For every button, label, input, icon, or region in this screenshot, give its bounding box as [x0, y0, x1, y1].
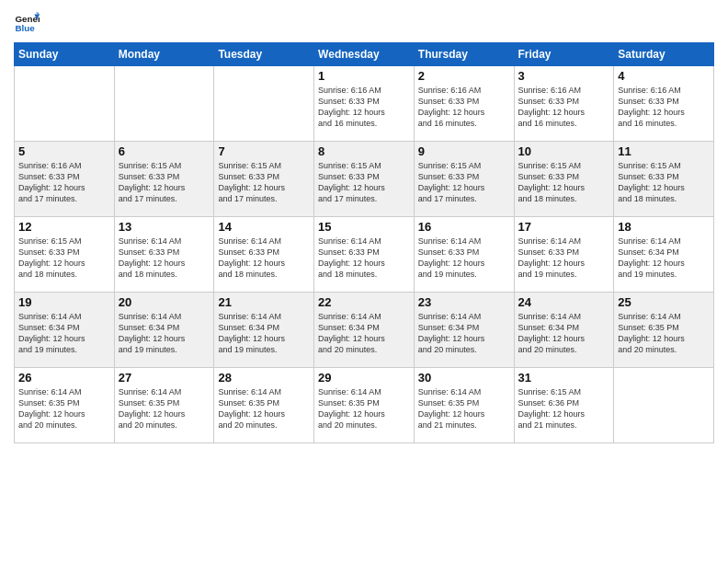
calendar-cell: 16Sunrise: 6:14 AM Sunset: 6:33 PM Dayli…	[414, 217, 514, 293]
day-number: 14	[218, 220, 310, 234]
calendar-cell: 7Sunrise: 6:15 AM Sunset: 6:33 PM Daylig…	[214, 142, 314, 217]
calendar-cell: 12Sunrise: 6:15 AM Sunset: 6:33 PM Dayli…	[15, 217, 115, 293]
weekday-header-monday: Monday	[114, 43, 214, 66]
day-number: 17	[518, 220, 610, 234]
weekday-header-friday: Friday	[514, 43, 614, 66]
calendar-cell: 15Sunrise: 6:14 AM Sunset: 6:33 PM Dayli…	[314, 217, 415, 293]
calendar-cell: 31Sunrise: 6:15 AM Sunset: 6:36 PM Dayli…	[514, 368, 614, 443]
day-number: 28	[218, 371, 310, 385]
day-info: Sunrise: 6:16 AM Sunset: 6:33 PM Dayligh…	[318, 85, 410, 130]
day-info: Sunrise: 6:16 AM Sunset: 6:33 PM Dayligh…	[18, 160, 110, 205]
day-info: Sunrise: 6:16 AM Sunset: 6:33 PM Dayligh…	[418, 85, 510, 130]
calendar-cell: 4Sunrise: 6:16 AM Sunset: 6:33 PM Daylig…	[614, 66, 714, 142]
calendar-cell: 18Sunrise: 6:14 AM Sunset: 6:34 PM Dayli…	[614, 217, 714, 293]
calendar-cell: 17Sunrise: 6:14 AM Sunset: 6:33 PM Dayli…	[514, 217, 614, 293]
calendar-cell: 5Sunrise: 6:16 AM Sunset: 6:33 PM Daylig…	[15, 142, 115, 217]
weekday-header-tuesday: Tuesday	[214, 43, 314, 66]
day-info: Sunrise: 6:14 AM Sunset: 6:34 PM Dayligh…	[418, 311, 510, 356]
day-info: Sunrise: 6:14 AM Sunset: 6:35 PM Dayligh…	[318, 386, 410, 431]
calendar-cell: 3Sunrise: 6:16 AM Sunset: 6:33 PM Daylig…	[514, 66, 614, 142]
day-info: Sunrise: 6:14 AM Sunset: 6:34 PM Dayligh…	[518, 311, 610, 356]
calendar-cell: 22Sunrise: 6:14 AM Sunset: 6:34 PM Dayli…	[314, 293, 415, 368]
calendar-cell: 20Sunrise: 6:14 AM Sunset: 6:34 PM Dayli…	[114, 293, 214, 368]
day-info: Sunrise: 6:15 AM Sunset: 6:33 PM Dayligh…	[318, 160, 410, 205]
day-info: Sunrise: 6:15 AM Sunset: 6:33 PM Dayligh…	[418, 160, 510, 205]
day-number: 29	[318, 371, 410, 385]
calendar-cell: 28Sunrise: 6:14 AM Sunset: 6:35 PM Dayli…	[214, 368, 314, 443]
calendar-body: 1Sunrise: 6:16 AM Sunset: 6:33 PM Daylig…	[15, 66, 714, 443]
day-info: Sunrise: 6:14 AM Sunset: 6:35 PM Dayligh…	[418, 386, 510, 431]
day-info: Sunrise: 6:14 AM Sunset: 6:35 PM Dayligh…	[218, 386, 310, 431]
day-number: 26	[18, 371, 110, 385]
day-number: 16	[418, 220, 510, 234]
day-info: Sunrise: 6:14 AM Sunset: 6:34 PM Dayligh…	[218, 311, 310, 356]
page-header: General Blue	[14, 9, 714, 35]
weekday-header-wednesday: Wednesday	[314, 43, 415, 66]
calendar-cell	[15, 66, 115, 142]
day-number: 3	[518, 69, 610, 83]
weekday-header-sunday: Sunday	[15, 43, 115, 66]
day-info: Sunrise: 6:15 AM Sunset: 6:36 PM Dayligh…	[518, 386, 610, 431]
logo: General Blue	[14, 9, 43, 35]
day-info: Sunrise: 6:14 AM Sunset: 6:34 PM Dayligh…	[318, 311, 410, 356]
logo-icon: General Blue	[14, 9, 40, 35]
svg-text:Blue: Blue	[15, 23, 35, 33]
day-info: Sunrise: 6:14 AM Sunset: 6:34 PM Dayligh…	[119, 311, 210, 356]
calendar-page: General Blue SundayMondayTuesdayWednesda…	[0, 0, 728, 563]
day-number: 19	[18, 295, 110, 309]
calendar-cell: 8Sunrise: 6:15 AM Sunset: 6:33 PM Daylig…	[314, 142, 415, 217]
day-number: 30	[418, 371, 510, 385]
day-number: 18	[618, 220, 710, 234]
calendar-week-1: 1Sunrise: 6:16 AM Sunset: 6:33 PM Daylig…	[15, 66, 714, 142]
calendar-cell: 24Sunrise: 6:14 AM Sunset: 6:34 PM Dayli…	[514, 293, 614, 368]
day-info: Sunrise: 6:15 AM Sunset: 6:33 PM Dayligh…	[119, 160, 210, 205]
calendar-week-3: 12Sunrise: 6:15 AM Sunset: 6:33 PM Dayli…	[15, 217, 714, 293]
day-number: 2	[418, 69, 510, 83]
calendar-cell: 11Sunrise: 6:15 AM Sunset: 6:33 PM Dayli…	[614, 142, 714, 217]
day-info: Sunrise: 6:14 AM Sunset: 6:33 PM Dayligh…	[119, 236, 210, 281]
calendar-header: SundayMondayTuesdayWednesdayThursdayFrid…	[15, 43, 714, 66]
day-number: 12	[18, 220, 110, 234]
calendar-cell: 30Sunrise: 6:14 AM Sunset: 6:35 PM Dayli…	[414, 368, 514, 443]
day-info: Sunrise: 6:16 AM Sunset: 6:33 PM Dayligh…	[518, 85, 610, 130]
day-info: Sunrise: 6:14 AM Sunset: 6:33 PM Dayligh…	[218, 236, 310, 281]
day-info: Sunrise: 6:16 AM Sunset: 6:33 PM Dayligh…	[618, 85, 710, 130]
day-number: 20	[119, 295, 210, 309]
day-info: Sunrise: 6:15 AM Sunset: 6:33 PM Dayligh…	[618, 160, 710, 205]
day-number: 27	[119, 371, 210, 385]
day-info: Sunrise: 6:14 AM Sunset: 6:35 PM Dayligh…	[119, 386, 210, 431]
day-info: Sunrise: 6:14 AM Sunset: 6:33 PM Dayligh…	[318, 236, 410, 281]
calendar-week-4: 19Sunrise: 6:14 AM Sunset: 6:34 PM Dayli…	[15, 293, 714, 368]
weekday-header-thursday: Thursday	[414, 43, 514, 66]
day-number: 7	[218, 144, 310, 158]
day-number: 9	[418, 144, 510, 158]
calendar-week-2: 5Sunrise: 6:16 AM Sunset: 6:33 PM Daylig…	[15, 142, 714, 217]
calendar-cell: 23Sunrise: 6:14 AM Sunset: 6:34 PM Dayli…	[414, 293, 514, 368]
day-number: 10	[518, 144, 610, 158]
day-info: Sunrise: 6:14 AM Sunset: 6:33 PM Dayligh…	[518, 236, 610, 281]
day-number: 24	[518, 295, 610, 309]
day-number: 11	[618, 144, 710, 158]
day-number: 22	[318, 295, 410, 309]
calendar-cell: 21Sunrise: 6:14 AM Sunset: 6:34 PM Dayli…	[214, 293, 314, 368]
day-info: Sunrise: 6:14 AM Sunset: 6:34 PM Dayligh…	[618, 236, 710, 281]
day-number: 23	[418, 295, 510, 309]
weekday-row: SundayMondayTuesdayWednesdayThursdayFrid…	[15, 43, 714, 66]
day-number: 5	[18, 144, 110, 158]
calendar-cell: 6Sunrise: 6:15 AM Sunset: 6:33 PM Daylig…	[114, 142, 214, 217]
weekday-header-saturday: Saturday	[614, 43, 714, 66]
day-info: Sunrise: 6:14 AM Sunset: 6:33 PM Dayligh…	[418, 236, 510, 281]
day-info: Sunrise: 6:14 AM Sunset: 6:35 PM Dayligh…	[618, 311, 710, 356]
day-info: Sunrise: 6:14 AM Sunset: 6:35 PM Dayligh…	[18, 386, 110, 431]
calendar-cell: 29Sunrise: 6:14 AM Sunset: 6:35 PM Dayli…	[314, 368, 415, 443]
day-number: 13	[119, 220, 210, 234]
calendar-cell: 1Sunrise: 6:16 AM Sunset: 6:33 PM Daylig…	[314, 66, 415, 142]
day-number: 1	[318, 69, 410, 83]
calendar-cell: 13Sunrise: 6:14 AM Sunset: 6:33 PM Dayli…	[114, 217, 214, 293]
day-info: Sunrise: 6:15 AM Sunset: 6:33 PM Dayligh…	[518, 160, 610, 205]
day-number: 31	[518, 371, 610, 385]
calendar-cell: 9Sunrise: 6:15 AM Sunset: 6:33 PM Daylig…	[414, 142, 514, 217]
day-number: 8	[318, 144, 410, 158]
day-number: 21	[218, 295, 310, 309]
day-number: 4	[618, 69, 710, 83]
